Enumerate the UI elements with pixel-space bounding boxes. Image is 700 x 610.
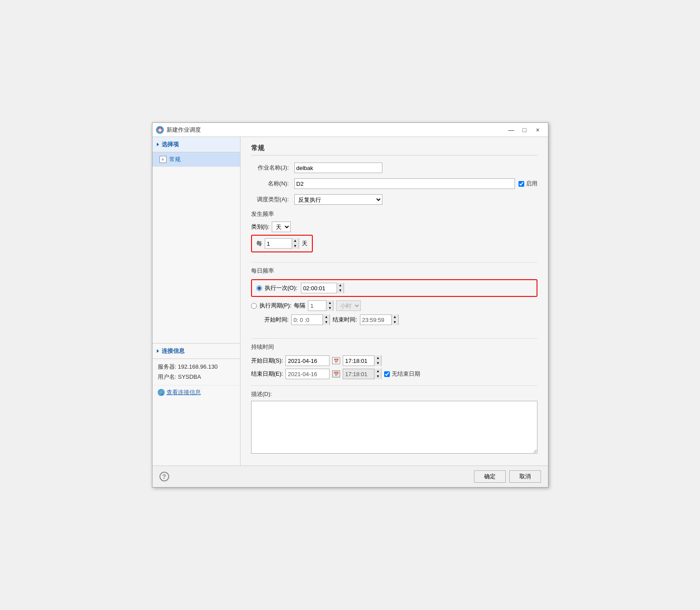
chevron-right-icon-2 (157, 349, 159, 353)
main-panel: 常规 作业名称(J): 名称(N): 启用 调度类型(A): 反复执行 (241, 137, 548, 466)
period-label: 执行周期(P): (259, 302, 292, 310)
start-time-label: 开始时间: (264, 316, 289, 324)
end-time-spinner: ▲ ▼ (360, 314, 399, 325)
name-input[interactable] (294, 178, 515, 189)
period-every-input[interactable] (308, 301, 326, 311)
duration-title: 持续时间 (251, 343, 537, 351)
server-info: 服务器: 192.168.96.130 (158, 362, 235, 372)
every-spinner-btns: ▲ ▼ (292, 238, 299, 249)
no-end-date-label[interactable]: 无结束日期 (384, 370, 420, 378)
occur-freq-title: 发生频率 (251, 210, 537, 218)
once-time-input[interactable] (301, 283, 337, 293)
start-date-calendar-icon[interactable]: 📅 (332, 357, 340, 364)
start-date-label: 开始日期(S): (251, 357, 283, 365)
once-label: 执行一次(O): (265, 284, 297, 292)
enabled-checkbox-label[interactable]: 启用 (519, 180, 537, 188)
once-time-btns: ▲ ▼ (337, 283, 344, 293)
end-date-row: 结束日期(E): 📅 ▲ ▼ 无结束日期 (251, 369, 537, 379)
start-time-up-btn[interactable]: ▲ (322, 314, 330, 320)
view-connection-link[interactable]: 🔗 查看连接信息 (152, 385, 240, 399)
start-datetime-down-btn[interactable]: ▼ (374, 361, 381, 366)
end-datetime-up-btn[interactable]: ▲ (374, 369, 381, 374)
end-datetime-down-btn[interactable]: ▼ (374, 374, 381, 379)
sidebar-item-general[interactable]: ≡ 常规 (152, 152, 240, 167)
footer: ? 确定 取消 (152, 466, 548, 487)
section-title: 常规 (251, 144, 537, 155)
every-value-input[interactable] (265, 239, 292, 248)
connection-info: 服务器: 192.168.96.130 用户名: SYSDBA (152, 359, 240, 385)
description-textarea[interactable] (251, 401, 537, 454)
daily-freq-section: 每日频率 执行一次(O): ▲ (251, 262, 537, 332)
once-radio-label[interactable]: 执行一次(O): (256, 284, 297, 292)
job-name-input[interactable] (294, 163, 382, 173)
minimize-button[interactable]: — (505, 125, 518, 135)
sidebar-connection-header[interactable]: 连接信息 (152, 344, 240, 359)
window-title: 新建作业调度 (167, 126, 201, 134)
close-button[interactable]: × (531, 125, 544, 135)
start-time-down-btn[interactable]: ▼ (322, 320, 330, 325)
start-datetime-input[interactable] (343, 356, 374, 366)
no-end-date-text: 无结束日期 (392, 370, 420, 378)
period-every-spinner: ▲ ▼ (308, 300, 333, 311)
once-time-spinner: ▲ ▼ (301, 283, 344, 293)
footer-left: ? (159, 472, 169, 481)
job-name-row: 作业名称(J): (251, 163, 537, 173)
start-time-spinner: ▲ ▼ (291, 314, 330, 325)
end-date-input[interactable] (285, 369, 330, 379)
confirm-button[interactable]: 确定 (474, 470, 506, 483)
sidebar-spacer (152, 167, 240, 343)
maximize-button[interactable]: □ (518, 125, 531, 135)
period-every-label: 每隔 (294, 302, 305, 310)
every-up-btn[interactable]: ▲ (292, 238, 299, 244)
period-every-down-btn[interactable]: ▼ (326, 306, 333, 311)
once-time-down-btn[interactable]: ▼ (337, 288, 344, 293)
title-controls: — □ × (505, 125, 544, 135)
schedule-type-select[interactable]: 反复执行 一次性 定期 (294, 194, 382, 205)
category-select[interactable]: 天 周 月 (272, 222, 291, 232)
category-row: 类别(I): 天 周 月 (251, 222, 537, 232)
start-datetime-up-btn[interactable]: ▲ (374, 355, 381, 361)
once-radio[interactable] (256, 285, 262, 291)
period-every-up-btn[interactable]: ▲ (326, 300, 333, 306)
every-days-container: 每 ▲ ▼ 天 (251, 235, 537, 256)
daily-freq-title: 每日频率 (251, 267, 537, 275)
no-end-date-checkbox[interactable] (384, 371, 390, 377)
start-time-input[interactable] (292, 315, 322, 325)
title-bar-left: ⏰ 新建作业调度 (156, 126, 201, 134)
start-date-input[interactable] (285, 355, 330, 366)
title-bar: ⏰ 新建作业调度 — □ × (152, 123, 548, 137)
end-time-down-btn[interactable]: ▼ (391, 320, 398, 325)
once-highlight-box: 执行一次(O): ▲ ▼ (251, 279, 537, 297)
period-every-btns: ▲ ▼ (326, 300, 333, 311)
schedule-type-row: 调度类型(A): 反复执行 一次性 定期 (251, 194, 537, 205)
description-label: 描述(D): (251, 390, 537, 398)
time-range-row: 开始时间: ▲ ▼ 结束时间: ▲ (264, 314, 537, 325)
end-time-label: 结束时间: (333, 316, 357, 324)
end-date-calendar-icon[interactable]: 📅 (332, 370, 340, 377)
once-row-container: 执行一次(O): ▲ ▼ (251, 279, 537, 297)
connection-section-label: 连接信息 (162, 347, 185, 355)
link-icon: 🔗 (158, 389, 165, 396)
end-datetime-btns: ▲ ▼ (374, 369, 381, 379)
name-row: 名称(N): 启用 (251, 178, 537, 189)
occur-freq-section: 发生频率 类别(I): 天 周 月 每 (251, 210, 537, 455)
period-radio[interactable] (251, 303, 257, 309)
content-area: 选择项 ≡ 常规 连接信息 服务器: 192.168.96.130 用户名: S… (152, 137, 548, 466)
enabled-checkbox[interactable] (519, 181, 524, 187)
description-section: 描述(D): (251, 385, 537, 455)
period-unit-select[interactable]: 小时 分钟 秒 (336, 300, 361, 311)
cancel-button[interactable]: 取消 (509, 470, 541, 483)
every-down-btn[interactable]: ▼ (292, 244, 299, 249)
end-time-up-btn[interactable]: ▲ (391, 314, 398, 320)
end-datetime-input[interactable] (343, 369, 374, 379)
end-time-input[interactable] (360, 315, 391, 325)
user-info: 用户名: SYSDBA (158, 372, 235, 382)
start-date-row: 开始日期(S): 📅 ▲ ▼ (251, 355, 537, 366)
help-button[interactable]: ? (159, 472, 169, 481)
once-time-up-btn[interactable]: ▲ (337, 283, 344, 288)
footer-right: 确定 取消 (474, 470, 541, 483)
every-spinner: ▲ ▼ (265, 238, 299, 249)
period-radio-row: 执行周期(P): 每隔 ▲ ▼ 小时 分钟 秒 (251, 300, 537, 311)
sidebar-select-section[interactable]: 选择项 (152, 137, 240, 152)
end-date-label: 结束日期(E): (251, 370, 283, 378)
